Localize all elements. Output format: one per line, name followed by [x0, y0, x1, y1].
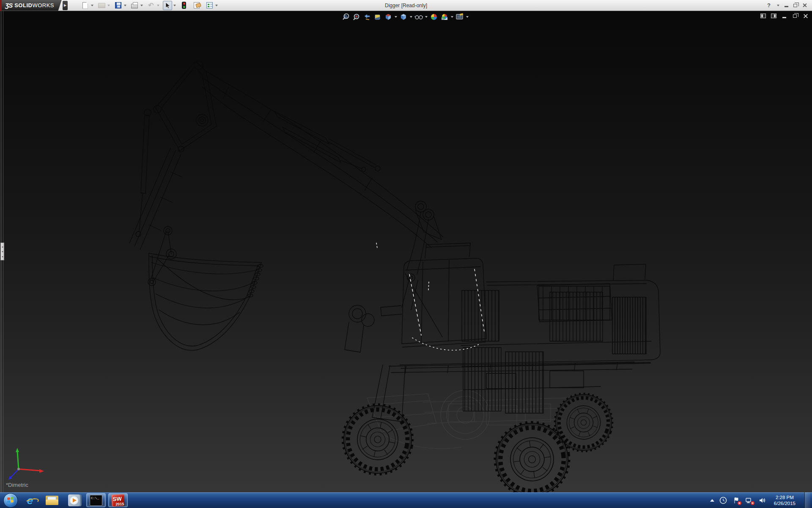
taskbar-command-prompt[interactable]: C:\_ — [86, 493, 106, 507]
print-button[interactable] — [130, 1, 139, 10]
open-folder-icon — [98, 3, 105, 8]
save-dropdown[interactable] — [124, 5, 126, 6]
orientation-triad — [8, 448, 44, 480]
doc-restore-button[interactable] — [792, 13, 798, 19]
solidworks-logo-text: SOLIDWORKS — [14, 2, 54, 8]
system-tray: ✕ ✕ 2:28 PM 6/26/2015 — [710, 492, 812, 508]
rebuild-button[interactable] — [179, 1, 189, 10]
hide-show-items-dropdown[interactable] — [425, 16, 428, 18]
toolbar-expander[interactable]: ▶ — [63, 1, 68, 10]
solidworks-2015-icon: SW 2015 — [112, 494, 125, 506]
undo-icon: ↶ — [148, 3, 154, 8]
tray-clock-icon[interactable] — [719, 496, 727, 505]
print-icon — [131, 4, 138, 8]
solidworks-logo: ƷS SOLIDWORKS — [2, 0, 62, 11]
print-dropdown[interactable] — [140, 5, 143, 6]
display-style-dropdown[interactable] — [410, 16, 412, 18]
tray-time: 2:28 PM — [774, 494, 796, 500]
taskbar-windows-explorer[interactable] — [42, 493, 62, 507]
previous-view-button[interactable] — [363, 13, 371, 21]
solidworks-logo-mark: ƷS — [5, 2, 12, 9]
view-settings-dropdown[interactable] — [466, 16, 469, 18]
zoom-to-area-button[interactable] — [352, 13, 361, 21]
brand-red-strip — [0, 0, 2, 11]
graphics-area[interactable]: ◂ ◂ ◂ — [0, 11, 812, 492]
folder-icon — [46, 496, 58, 505]
wireframe-layer — [129, 61, 660, 422]
network-disconnected-badge: ✕ — [751, 501, 754, 505]
windows-taskbar: e C:\_ SW 2015 ✕ ✕ 2:28 PM 6/26 — [0, 492, 812, 508]
taskbar-solidworks[interactable]: SW 2015 — [108, 493, 128, 507]
collapse-right-pane-button[interactable] — [771, 13, 777, 19]
media-player-icon — [68, 494, 80, 506]
open-dropdown[interactable] — [107, 5, 110, 6]
action-center-flag-icon[interactable]: ✕ — [732, 496, 741, 505]
open-button[interactable] — [97, 1, 106, 10]
right-pane-icon — [771, 14, 776, 18]
help-button[interactable]: ? — [767, 2, 771, 8]
show-desktop-button[interactable] — [804, 492, 810, 508]
feature-manager-collapsed-tab[interactable]: ◂ ◂ ◂ — [0, 243, 4, 260]
view-orientation-button[interactable] — [384, 13, 392, 21]
options-icon — [206, 2, 213, 8]
command-prompt-icon: C:\_ — [90, 495, 102, 506]
edit-appearance-button[interactable] — [430, 13, 438, 21]
save-floppy-icon — [115, 2, 121, 8]
alert-badge: ✕ — [738, 501, 741, 505]
taskbar-clock[interactable]: 2:28 PM 6/26/2015 — [771, 494, 798, 506]
undo-dropdown[interactable] — [157, 5, 159, 6]
collapse-left-pane-button[interactable] — [760, 13, 766, 19]
file-properties-button[interactable] — [192, 1, 201, 10]
start-button[interactable] — [3, 493, 18, 508]
app-close-button[interactable] — [802, 3, 807, 8]
save-button[interactable] — [113, 1, 123, 10]
app-window-controls: ? — [767, 2, 812, 8]
view-orientation-label: *Dimetric — [6, 482, 28, 488]
new-document-icon — [82, 2, 88, 9]
left-pane-icon — [760, 14, 766, 18]
network-status-icon[interactable]: ✕ — [745, 496, 754, 505]
app-restore-button[interactable] — [793, 4, 797, 7]
apply-scene-button[interactable] — [440, 13, 449, 21]
help-dropdown[interactable] — [777, 5, 779, 6]
app-titlebar: ƷS SOLIDWORKS ▶ ↶ Digger [Read-only] ? — [0, 0, 812, 11]
options-button[interactable] — [205, 1, 214, 10]
doc-close-button[interactable] — [802, 13, 809, 19]
volume-icon[interactable] — [758, 496, 767, 505]
display-style-button[interactable] — [399, 13, 408, 21]
minimize-icon — [782, 17, 786, 18]
new-dropdown[interactable] — [91, 5, 93, 6]
select-cursor-icon — [165, 2, 170, 9]
restore-icon — [793, 14, 797, 18]
new-button[interactable] — [80, 1, 90, 10]
standard-toolbar: ↶ — [77, 1, 218, 10]
apply-scene-dropdown[interactable] — [451, 16, 453, 18]
options-dropdown[interactable] — [215, 5, 218, 6]
select-button[interactable] — [163, 1, 172, 10]
traffic-light-icon — [182, 2, 186, 9]
view-settings-button[interactable] — [455, 13, 464, 21]
view-orientation-dropdown[interactable] — [395, 16, 397, 18]
hide-show-items-button[interactable] — [414, 13, 423, 21]
taskbar-internet-explorer[interactable]: e — [20, 493, 40, 507]
taskbar-media-player[interactable] — [64, 493, 84, 507]
section-view-button[interactable] — [373, 13, 382, 21]
document-window-controls — [760, 13, 809, 19]
doc-minimize-button[interactable] — [781, 13, 787, 19]
zoom-to-fit-button[interactable] — [342, 13, 350, 21]
select-dropdown[interactable] — [173, 5, 176, 6]
close-icon — [803, 14, 808, 18]
show-hidden-icons-button[interactable] — [710, 499, 714, 502]
undo-button[interactable]: ↶ — [146, 1, 156, 10]
app-minimize-button[interactable] — [785, 6, 788, 7]
internet-explorer-icon: e — [27, 495, 33, 506]
file-properties-icon — [194, 2, 200, 8]
digger-wireframe-model — [0, 11, 812, 492]
heads-up-view-toolbar — [342, 12, 469, 22]
tray-date: 6/26/2015 — [774, 500, 796, 506]
windows-flag-icon — [7, 497, 14, 504]
